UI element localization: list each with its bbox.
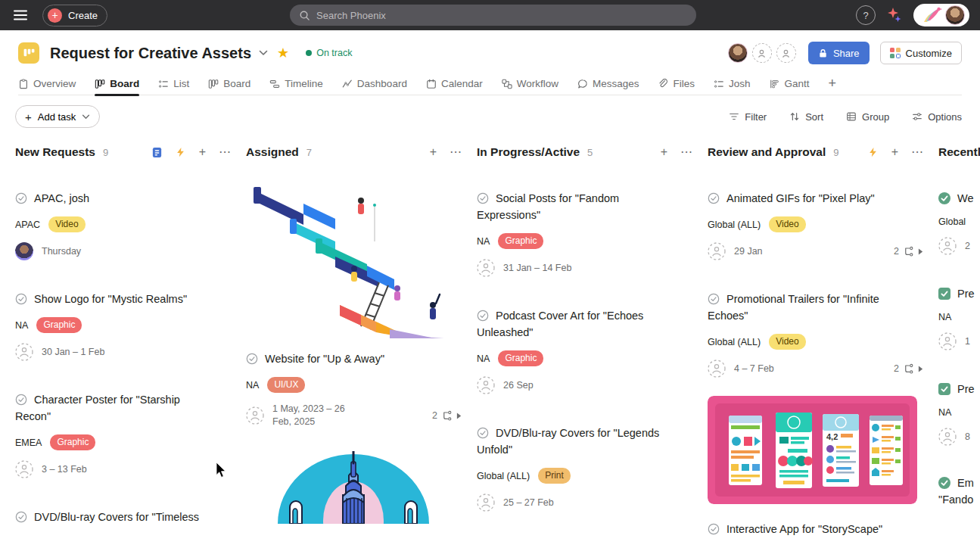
share-button[interactable]: Share [808,42,870,64]
assignee-placeholder-icon[interactable] [477,259,495,277]
task-card[interactable]: DVD/Blu-ray Covers for "Legends Unfold" … [477,425,692,512]
check-circle-icon[interactable] [15,511,27,523]
task-card[interactable]: Pre NA 1 [938,285,980,350]
column-title[interactable]: Assigned [246,145,299,159]
task-card[interactable]: We Global 2 [938,190,980,255]
assignee-placeholder-icon[interactable] [477,376,495,394]
task-card[interactable]: Show Logo for "Mystic Realms" NAGraphic … [15,291,231,361]
filter-button[interactable]: Filter [729,111,767,123]
task-card[interactable]: Social Posts for "Fandom Expressions" NA… [477,190,692,277]
project-header: Request for Creative Assets ★ On track S… [0,30,980,95]
add-task-button[interactable]: + Add task [15,105,100,128]
card-cover-illustration[interactable] [246,451,462,524]
subtask-indicator[interactable]: 2 [894,363,923,375]
tab-board-active[interactable]: Board [95,73,139,95]
assignee-placeholder-icon[interactable] [938,237,957,255]
tab-josh[interactable]: Josh [714,73,751,95]
task-card[interactable]: APAC, josh APACVideo Thursday [15,190,231,260]
chevron-down-icon [82,114,90,120]
assignee-placeholder-icon[interactable] [938,332,957,350]
column-more-icon[interactable]: ⋯ [911,146,923,158]
options-button[interactable]: Options [912,111,962,123]
tab-workflow[interactable]: Workflow [502,73,558,95]
check-circle-icon[interactable] [708,523,720,535]
assignee-placeholder-icon[interactable] [477,494,495,512]
check-circle-icon[interactable] [708,192,720,204]
assignee-avatar[interactable] [15,242,33,260]
add-card-button[interactable]: + [661,146,667,158]
check-circle-icon[interactable] [246,353,258,365]
help-button[interactable]: ? [856,5,876,25]
project-icon[interactable] [18,42,39,64]
hamburger-menu-icon[interactable] [11,5,30,25]
tab-messages[interactable]: Messages [577,73,639,95]
tab-calendar[interactable]: Calendar [426,73,483,95]
favorite-star-icon[interactable]: ★ [277,46,289,60]
assignee-placeholder-icon[interactable] [246,406,264,425]
subtask-indicator[interactable]: 2 [432,410,462,422]
assignee-placeholder-icon[interactable] [15,343,33,361]
check-circle-icon[interactable] [15,394,27,406]
tab-overview[interactable]: Overview [18,73,76,95]
column-title[interactable]: New Requests [15,145,95,159]
task-card[interactable]: Animated GIFs for "Pixel Play" Global (A… [708,190,923,260]
ai-sparkles-icon[interactable] [886,7,903,23]
task-card[interactable]: Interactive App for "StoryScape" [708,521,923,537]
tab-board-2[interactable]: Board [208,73,250,95]
card-cover-illustration[interactable] [246,178,462,338]
check-circle-icon[interactable] [708,293,720,305]
task-card[interactable]: Em "Fando [938,475,980,508]
check-circle-icon[interactable] [15,293,27,305]
card-cover-image[interactable]: 4,2 [708,396,917,504]
chevron-down-icon[interactable] [259,50,268,56]
tab-timeline[interactable]: Timeline [269,73,323,95]
subtask-indicator[interactable]: 2 [894,246,923,257]
timeline-icon [269,79,280,89]
tab-files[interactable]: Files [658,73,695,95]
rule-bolt-icon[interactable] [868,147,879,157]
invite-avatar-placeholder[interactable] [752,43,772,63]
customize-button[interactable]: Customize [880,42,962,64]
group-button[interactable]: Group [846,111,889,123]
check-done-icon[interactable] [938,477,950,489]
add-view-button[interactable]: + [829,73,837,95]
sort-button[interactable]: Sort [789,111,823,123]
form-icon[interactable] [151,147,163,158]
checkbox-done-icon[interactable] [938,383,950,395]
check-circle-icon[interactable] [15,192,27,204]
task-card[interactable]: Character Poster for "Starship Recon" EM… [15,391,231,478]
column-more-icon[interactable]: ⋯ [680,146,692,158]
add-card-button[interactable]: + [199,146,206,158]
task-card[interactable]: Promotional Trailers for "Infinite Echoe… [708,291,923,378]
task-card[interactable]: Website for "Up & Away" NAUI/UX 1 May, 2… [246,350,462,428]
column-more-icon[interactable]: ⋯ [219,146,231,158]
check-circle-icon[interactable] [477,310,489,322]
task-card[interactable]: Pre NA 8 [938,381,980,446]
invite-avatar-placeholder[interactable] [776,43,796,63]
member-avatar[interactable] [728,43,748,63]
profile-pill[interactable] [913,4,969,26]
check-done-icon[interactable] [938,192,950,204]
add-card-button[interactable]: + [430,146,437,158]
assignee-placeholder-icon[interactable] [708,242,726,260]
column-title[interactable]: Review and Approval [708,145,826,159]
tab-list[interactable]: List [158,73,189,95]
assignee-placeholder-icon[interactable] [15,460,33,478]
tab-dashboard[interactable]: Dashboard [342,73,407,95]
assignee-placeholder-icon[interactable] [708,360,726,378]
check-circle-icon[interactable] [477,192,489,204]
tab-gantt[interactable]: Gantt [770,73,810,95]
rule-bolt-icon[interactable] [176,147,186,157]
checkbox-done-icon[interactable] [938,288,950,300]
column-title[interactable]: In Progress/Active [477,145,580,159]
column-more-icon[interactable]: ⋯ [450,146,462,158]
assignee-placeholder-icon[interactable] [938,428,957,446]
column-title[interactable]: Recently [938,145,980,159]
check-circle-icon[interactable] [477,427,489,439]
add-card-button[interactable]: + [891,146,898,158]
task-card[interactable]: Podcast Cover Art for "Echoes Unleashed"… [477,307,692,394]
status-badge[interactable]: On track [306,48,352,58]
search-input[interactable]: Search Phoenix [290,5,696,26]
create-button[interactable]: + Create [42,5,107,26]
task-card[interactable]: DVD/Blu-ray Covers for "Timeless [15,509,231,525]
